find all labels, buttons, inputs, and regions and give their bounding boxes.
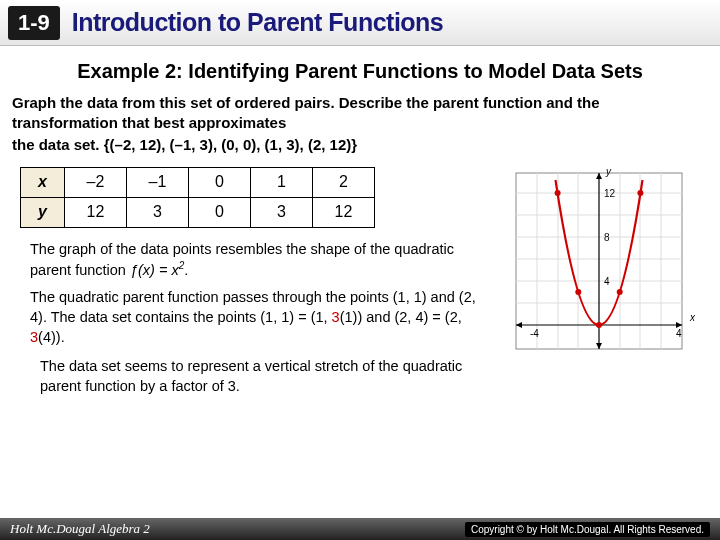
set-points: {(–2, 12), (–1, 3), (0, 0), (1, 3), (2, … [104,136,357,153]
x-header: x [21,167,65,197]
svg-text:x: x [689,312,696,323]
cell: –1 [127,167,189,197]
svg-text:y: y [605,166,612,177]
footer-right: Copyright © by Holt Mc.Dougal. All Right… [465,522,710,537]
cell: 12 [65,197,127,227]
slide-title: Introduction to Parent Functions [72,8,443,37]
p2-c: (4)). [38,329,65,345]
p1-end: . [184,262,188,278]
y-header: y [21,197,65,227]
svg-text:-4: -4 [530,328,539,339]
svg-text:4: 4 [676,328,682,339]
p1-a: The graph of the data points resembles t… [30,241,454,278]
svg-text:8: 8 [604,232,610,243]
svg-point-23 [637,190,643,196]
red-3a: 3 [332,309,340,325]
fx-expr: ƒ(x) = x2 [130,262,184,278]
cell: –2 [65,167,127,197]
footer-left: Holt Mc.Dougal Algebra 2 [10,521,150,537]
paragraph-1: The graph of the data points resembles t… [30,240,486,281]
instruction-text: Graph the data from this set of ordered … [12,93,708,134]
cell: 2 [313,167,375,197]
svg-point-20 [575,289,581,295]
conclusion-text: The data set seems to represent a vertic… [40,357,486,396]
cell: 3 [251,197,313,227]
red-3b: 3 [30,329,38,345]
cell: 0 [189,197,251,227]
example-title: Example 2: Identifying Parent Functions … [20,60,700,83]
table-row: x –2 –1 0 1 2 [21,167,375,197]
svg-text:12: 12 [604,188,616,199]
paragraph-2: The quadratic parent function passes thr… [30,288,486,347]
svg-text:4: 4 [604,276,610,287]
lesson-badge: 1-9 [8,6,60,40]
p2-b: (1)) and (2, 4) = (2, [340,309,462,325]
slide-footer: Holt Mc.Dougal Algebra 2 Copyright © by … [0,518,720,540]
cell: 12 [313,197,375,227]
svg-point-22 [617,289,623,295]
cell: 3 [127,197,189,227]
parabola-graph: x y -4 4 4 8 12 [494,165,704,375]
table-row: y 12 3 0 3 12 [21,197,375,227]
svg-point-21 [596,322,602,328]
cell: 0 [189,167,251,197]
data-set-line: the data set. {(–2, 12), (–1, 3), (0, 0)… [12,136,708,153]
slide-header: 1-9 Introduction to Parent Functions [0,0,720,46]
set-lead: the data set. [12,136,100,153]
svg-point-19 [555,190,561,196]
cell: 1 [251,167,313,197]
data-table: x –2 –1 0 1 2 y 12 3 0 3 12 [20,167,375,228]
